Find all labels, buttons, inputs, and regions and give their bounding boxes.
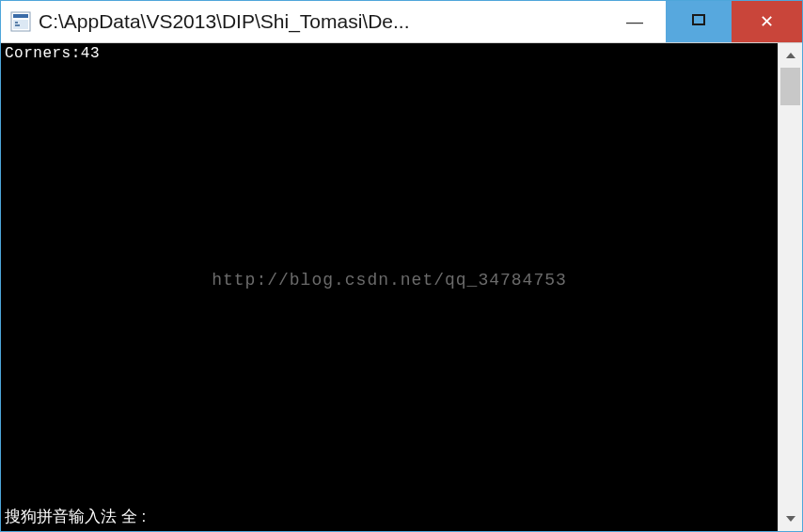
watermark-text: http://blog.csdn.net/qq_34784753 [1, 271, 778, 289]
app-icon [10, 11, 31, 32]
svg-rect-4 [15, 24, 20, 26]
svg-rect-5 [693, 15, 704, 24]
close-button[interactable]: ✕ [732, 1, 802, 42]
console-output[interactable]: Corners:43 http://blog.csdn.net/qq_34784… [1, 43, 778, 531]
chevron-down-icon [786, 516, 795, 522]
minimize-icon: — [626, 12, 643, 32]
ime-status: 搜狗拼音输入法 全 : [5, 506, 146, 527]
output-label: Corners: [5, 45, 81, 62]
minimize-button[interactable]: — [604, 1, 666, 42]
console-window: C:\AppData\VS2013\DIP\Shi_Tomasi\De... —… [0, 0, 803, 532]
scroll-track[interactable] [779, 68, 802, 507]
scroll-thumb[interactable] [780, 68, 800, 105]
maximize-icon [691, 12, 706, 32]
vertical-scrollbar[interactable] [778, 43, 802, 531]
scroll-down-button[interactable] [779, 507, 802, 531]
svg-rect-3 [15, 22, 18, 23]
window-title: C:\AppData\VS2013\DIP\Shi_Tomasi\De... [39, 10, 604, 33]
window-controls: — ✕ [604, 1, 802, 42]
close-icon: ✕ [760, 11, 774, 32]
output-value: 43 [81, 45, 100, 62]
client-area: Corners:43 http://blog.csdn.net/qq_34784… [1, 43, 802, 531]
titlebar[interactable]: C:\AppData\VS2013\DIP\Shi_Tomasi\De... —… [1, 1, 802, 43]
scroll-up-button[interactable] [779, 43, 802, 68]
maximize-button[interactable] [666, 1, 732, 42]
console-line: Corners:43 [5, 45, 100, 62]
chevron-up-icon [786, 53, 795, 58]
svg-rect-1 [13, 14, 28, 18]
